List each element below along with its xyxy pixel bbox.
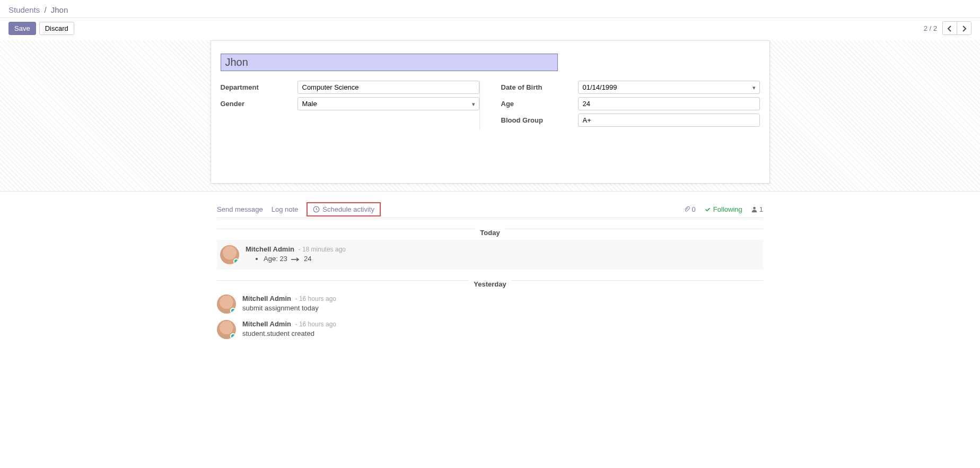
change-old: 23 [279, 255, 287, 263]
message-time: - 18 minutes ago [299, 246, 346, 253]
avatar [217, 294, 236, 314]
following-label: Following [713, 205, 742, 213]
form-col-left: Department Gender [221, 81, 480, 130]
avatar [217, 320, 236, 339]
chatter-right: 0 Following 1 [684, 205, 763, 213]
pager: 2 / 2 [924, 21, 972, 35]
save-button[interactable]: Save [8, 22, 36, 35]
gender-select[interactable] [298, 97, 479, 110]
pager-text: 2 / 2 [924, 24, 937, 32]
dob-input[interactable] [578, 81, 760, 94]
pager-buttons [942, 21, 972, 35]
message-body: Mitchell Admin - 18 minutes ago Age: 23 … [246, 245, 760, 264]
attachment-count: 0 [692, 205, 696, 213]
message-author: Mitchell Admin [242, 320, 291, 328]
chatter: Send message Log note Schedule activity … [217, 201, 763, 342]
send-message-button[interactable]: Send message [217, 201, 263, 218]
message-content: student.student created [242, 330, 763, 337]
date-separator-today: Today [217, 229, 763, 229]
form-background: Department Gender Date of Birth Age [0, 40, 980, 192]
following-button[interactable]: Following [704, 205, 742, 213]
discard-button[interactable]: Discard [39, 22, 74, 35]
chevron-left-icon [947, 25, 952, 32]
message-item: Mitchell Admin - 16 hours ago student.st… [217, 317, 763, 342]
breadcrumb-sep: / [44, 5, 46, 14]
message-body: Mitchell Admin - 16 hours ago submit ass… [242, 294, 763, 314]
message-time: - 16 hours ago [295, 295, 336, 302]
presence-indicator [233, 258, 239, 264]
person-icon [751, 206, 758, 213]
clock-icon [313, 206, 320, 213]
message-author: Mitchell Admin [242, 294, 291, 302]
follower-count: 1 [759, 205, 763, 213]
form-col-right: Date of Birth Age Blood Group [501, 81, 760, 130]
message-author: Mitchell Admin [246, 245, 294, 253]
chevron-right-icon [961, 25, 967, 32]
message-content: submit assignment today [242, 304, 763, 312]
pager-prev-button[interactable] [943, 22, 957, 34]
breadcrumb: Students / Jhon [8, 5, 68, 14]
paperclip-icon [684, 206, 690, 213]
chatter-left: Send message Log note Schedule activity [217, 201, 381, 218]
name-input[interactable] [221, 54, 558, 71]
message-header: Mitchell Admin - 16 hours ago [242, 294, 763, 302]
age-input[interactable] [578, 97, 760, 110]
presence-indicator [230, 333, 236, 339]
label-dob: Date of Birth [501, 83, 578, 91]
arrow-right-icon [291, 255, 300, 263]
pager-next-button[interactable] [957, 22, 971, 34]
blood-group-input[interactable] [578, 114, 760, 127]
action-buttons: Save Discard [8, 22, 74, 35]
row-dob: Date of Birth [501, 81, 760, 94]
date-separator-yesterday: Yesterday [217, 280, 763, 281]
schedule-activity-button[interactable]: Schedule activity [307, 202, 381, 216]
action-row: Save Discard 2 / 2 [0, 18, 980, 40]
row-department: Department [221, 81, 479, 94]
change-new: 24 [304, 255, 311, 263]
message-header: Mitchell Admin - 16 hours ago [242, 320, 763, 328]
message-content: Age: 23 24 [246, 255, 760, 263]
message-time: - 16 hours ago [295, 320, 336, 328]
log-note-button[interactable]: Log note [272, 201, 299, 218]
message-item: Mitchell Admin - 16 hours ago submit ass… [217, 291, 763, 317]
message-header: Mitchell Admin - 18 minutes ago [246, 245, 760, 253]
label-blood-group: Blood Group [501, 116, 578, 124]
label-gender: Gender [221, 100, 298, 108]
row-gender: Gender [221, 97, 479, 110]
schedule-activity-label: Schedule activity [322, 205, 374, 213]
check-icon [704, 206, 711, 213]
form-grid: Department Gender Date of Birth Age [221, 81, 760, 130]
label-age: Age [501, 100, 578, 108]
attachments-button[interactable]: 0 [684, 205, 696, 213]
svg-point-1 [753, 207, 756, 210]
chatter-toolbar: Send message Log note Schedule activity … [217, 201, 763, 218]
breadcrumb-root[interactable]: Students [8, 5, 40, 14]
form-sheet: Department Gender Date of Birth Age [211, 40, 770, 184]
message-body: Mitchell Admin - 16 hours ago student.st… [242, 320, 763, 339]
avatar [220, 245, 239, 264]
change-field: Age: [264, 255, 278, 263]
breadcrumb-current: Jhon [51, 5, 68, 14]
row-blood-group: Blood Group [501, 114, 760, 127]
department-input[interactable] [298, 81, 479, 94]
row-age: Age [501, 97, 760, 110]
followers-button[interactable]: 1 [751, 205, 763, 213]
message-item: Mitchell Admin - 18 minutes ago Age: 23 … [217, 240, 763, 270]
label-department: Department [221, 83, 298, 91]
top-bar: Students / Jhon [0, 0, 980, 18]
presence-indicator [230, 308, 236, 314]
